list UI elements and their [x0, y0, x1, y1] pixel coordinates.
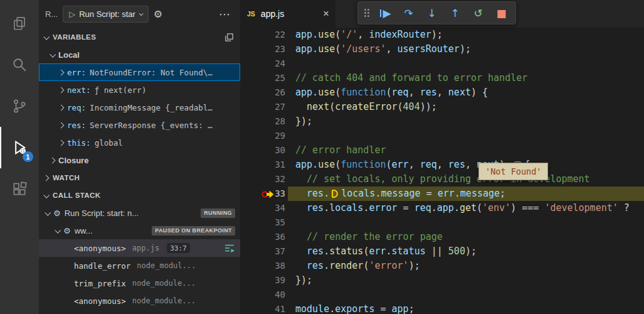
- variables-section-header[interactable]: VARIABLES: [39, 28, 240, 46]
- code-line-29[interactable]: 29: [240, 129, 644, 143]
- gear-icon[interactable]: ⚙: [154, 8, 162, 20]
- code-text: [288, 129, 644, 143]
- code-token: req: [414, 202, 431, 214]
- code-line-24[interactable]: 24: [240, 57, 644, 71]
- code-line-31[interactable]: 31app.use(function(err, req, res, next) …: [240, 158, 644, 172]
- variables-header-label: VARIABLES: [53, 33, 96, 41]
- search-icon[interactable]: [0, 44, 39, 85]
- scope-label: Local: [58, 50, 80, 60]
- line-number: 40: [240, 288, 288, 302]
- drag-handle-icon[interactable]: [364, 9, 366, 11]
- debug-step-into-button[interactable]: ↓: [423, 4, 441, 22]
- code-token: app: [295, 43, 312, 55]
- debug-badge: 1: [23, 151, 33, 162]
- code-line-40[interactable]: 40: [240, 288, 644, 302]
- code-token: 'development': [544, 202, 618, 214]
- code-line-27[interactable]: 27 next(createError(404));: [240, 100, 644, 114]
- code-token: 404: [403, 101, 420, 112]
- explorer-icon[interactable]: [0, 3, 39, 44]
- code-token: use: [318, 159, 335, 170]
- stack-frame-row[interactable]: <anonymous>node_module...: [39, 292, 240, 310]
- tab-appjs[interactable]: JS app.js ×: [240, 0, 335, 28]
- debug-value-tooltip: 'Not Found': [478, 163, 548, 180]
- close-tab-icon[interactable]: ×: [323, 8, 329, 20]
- source-control-icon[interactable]: [0, 85, 39, 127]
- code-line-28[interactable]: 28});: [240, 114, 644, 129]
- code-line-41[interactable]: 41module.exports = app;: [240, 302, 644, 314]
- stack-frame-row[interactable]: <anonymous>app.js33:7: [39, 239, 240, 257]
- code-token: (: [335, 159, 340, 170]
- code-text: res.locals.message = err.message;: [288, 187, 644, 201]
- activity-bar: 1: [0, 0, 39, 314]
- code-line-34[interactable]: 34 res.locals.error = req.app.get('env')…: [240, 201, 644, 215]
- variable-row-err[interactable]: err:NotFoundError: Not Found\…: [39, 63, 240, 81]
- code-line-26[interactable]: 26app.use(function(req, res, next) {: [240, 85, 644, 100]
- variable-row-next[interactable]: next:ƒ next(err): [39, 81, 240, 99]
- more-actions-icon[interactable]: ⋯: [219, 8, 230, 21]
- code-line-39[interactable]: 39});: [240, 273, 644, 288]
- code-token: ||: [426, 246, 448, 257]
- callstack-section-header[interactable]: CALL STACK: [39, 187, 240, 204]
- debug-restart-button[interactable]: ↺: [469, 4, 487, 22]
- scope-row-local[interactable]: Local: [39, 46, 240, 63]
- code-line-23[interactable]: 23app.use('/users', usersRouter);: [240, 42, 644, 57]
- line-number: 35: [240, 215, 288, 230]
- code-token: [295, 260, 307, 271]
- debug-step-over-button[interactable]: ↷: [399, 4, 418, 22]
- stack-frame-row[interactable]: trim_prefixnode_module...: [39, 274, 240, 292]
- debug-continue-button[interactable]: ▶: [376, 4, 394, 22]
- code-line-33[interactable]: 33 res.locals.message = err.message;: [240, 187, 644, 201]
- debug-session-row[interactable]: ⚙Run Script: start: n...RUNNING: [39, 204, 240, 222]
- code-text: next(createError(404));: [288, 100, 644, 114]
- variable-value: IncomingMessage {_readabl…: [90, 103, 213, 112]
- code-line-37[interactable]: 37 res.status(err.status || 500);: [240, 244, 644, 259]
- code-line-38[interactable]: 38 res.render('error');: [240, 259, 644, 273]
- code-token: '/users': [340, 43, 386, 55]
- code-token: res: [420, 87, 437, 98]
- scope-row-closure[interactable]: Closure: [39, 151, 240, 169]
- debug-config-dropdown[interactable]: ▷ Run Script: star: [63, 6, 149, 23]
- variable-value: ServerResponse {_events: …: [90, 121, 213, 130]
- code-token: app: [295, 87, 312, 98]
- variable-row-this[interactable]: this:global: [39, 134, 240, 151]
- code-line-35[interactable]: 35: [240, 215, 644, 230]
- code-token: 500: [448, 246, 465, 257]
- code-token: req: [392, 87, 409, 98]
- code-token: locals: [329, 202, 363, 214]
- debug-session-row[interactable]: ⚙ww...PAUSED ON BREAKPOINT: [39, 222, 240, 239]
- debug-stop-button[interactable]: ■: [492, 4, 510, 22]
- line-number: 41: [240, 302, 288, 314]
- code-token: locals: [341, 188, 375, 199]
- watch-header-label: WATCH: [53, 174, 80, 181]
- code-line-25[interactable]: 25// catch 404 and forward to error hand…: [240, 71, 644, 85]
- session-label: Run Script: start: n...: [65, 208, 139, 218]
- variable-name: next:: [67, 85, 91, 95]
- extensions-icon[interactable]: [0, 168, 39, 210]
- start-debugging-icon[interactable]: ▷: [69, 9, 75, 19]
- inline-breakpoint-icon[interactable]: [332, 190, 338, 198]
- code-token: res: [307, 260, 324, 271]
- debug-step-out-button[interactable]: ↑: [446, 4, 464, 22]
- code-line-36[interactable]: 36 // render the error page: [240, 230, 644, 244]
- scope-label: Closure: [58, 156, 88, 165]
- variable-row-req[interactable]: req:IncomingMessage {_readabl…: [39, 99, 240, 116]
- code-token: (: [335, 87, 340, 98]
- code-editor[interactable]: 22app.use('/', indexRouter);23app.use('/…: [240, 28, 644, 314]
- collapse-all-icon[interactable]: [224, 33, 234, 42]
- line-number: 39: [240, 273, 288, 288]
- variable-name: req:: [67, 103, 86, 112]
- watch-section-header[interactable]: WATCH: [39, 169, 240, 187]
- line-number: 33: [240, 187, 288, 201]
- code-line-30[interactable]: 30// error handler: [240, 143, 644, 158]
- code-line-22[interactable]: 22app.use('/', indexRouter);: [240, 28, 644, 42]
- code-line-32[interactable]: 32 // set locals, only providing error i…: [240, 172, 644, 187]
- run-and-debug-icon[interactable]: 1: [0, 127, 39, 168]
- variable-row-res[interactable]: res:ServerResponse {_events: …: [39, 116, 240, 134]
- chevron-down-icon: [43, 33, 50, 40]
- code-token: status: [392, 246, 426, 257]
- code-token: createError: [335, 101, 397, 112]
- code-token: (: [386, 159, 392, 170]
- code-token: function: [340, 87, 386, 98]
- code-token: message: [460, 188, 500, 199]
- stack-frame-row[interactable]: handle_errornode_modul...: [39, 257, 240, 274]
